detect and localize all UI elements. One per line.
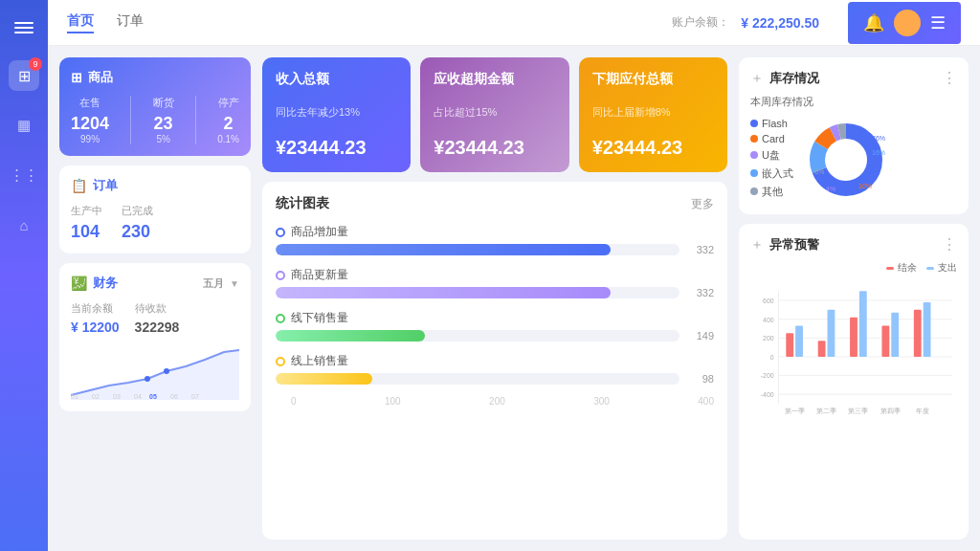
svg-rect-40 [891, 313, 899, 357]
finance-stat-balance: 当前余额 ¥ 12200 [71, 301, 120, 335]
inventory-menu-icon[interactable]: ⋮ [942, 69, 957, 87]
finance-card-header: 💹 财务 五月 ▼ [71, 275, 239, 292]
divider-1 [130, 96, 131, 144]
summary-payable-desc: 同比上届新增8% [592, 105, 714, 120]
legend-label-usb: U盘 [762, 148, 780, 163]
menu-icon[interactable]: ☰ [930, 12, 946, 33]
order-title: 订单 [93, 177, 118, 194]
chart-label-2: 线下销售量 [291, 310, 348, 326]
legend-dot-flash [750, 120, 758, 127]
goods-pct-outstock: 5% [153, 134, 174, 144]
anomaly-header: ＋ 异常预警 ⋮ [750, 235, 957, 253]
mid-panel: 收入总额 同比去年减少13% ¥23444.23 应收超期金额 占比超过15% … [262, 57, 727, 540]
svg-text:10%: 10% [858, 183, 872, 189]
chart-header: 统计图表 更多 [276, 195, 714, 212]
anomaly-menu-icon[interactable]: ⋮ [942, 235, 957, 253]
nav-order[interactable]: 订单 [117, 12, 144, 33]
inventory-title: 库存情况 [769, 70, 942, 87]
main-nav: 首页 订单 [67, 12, 653, 33]
finance-value-balance: ¥ 12200 [71, 320, 120, 335]
legend-income-dot [886, 267, 894, 270]
donut-chart: 76% 16% 10% 4% 6% [803, 117, 889, 203]
summary-income-amount: ¥23444.23 [276, 137, 397, 159]
goods-stats: 在售 1204 99% 断货 23 5% 停产 2 0.1% [71, 96, 239, 144]
bell-icon[interactable]: 🔔 [863, 12, 884, 33]
chart-item-1-header: 商品更新量 [276, 267, 714, 283]
chart-bar-1 [276, 287, 611, 298]
summary-income-desc: 同比去年减少13% [276, 105, 397, 120]
order-label-inprod: 生产中 [71, 204, 102, 218]
sidebar-item-calendar[interactable]: ▦ [9, 110, 39, 141]
legend-dot-usb [750, 151, 758, 159]
finance-label-balance: 当前余额 [71, 301, 120, 316]
goods-title: 商品 [88, 69, 113, 86]
goods-value-outstock: 23 [153, 114, 174, 134]
order-value-done: 230 [122, 222, 153, 242]
chart-more[interactable]: 更多 [691, 196, 714, 212]
order-icon: 📋 [71, 178, 87, 193]
chart-val-1: 332 [687, 287, 714, 298]
svg-point-1 [164, 368, 169, 374]
chart-item-2-header: 线下销售量 [276, 310, 714, 326]
svg-rect-38 [859, 291, 867, 357]
anomaly-plus-icon[interactable]: ＋ [750, 236, 764, 253]
svg-rect-36 [828, 310, 835, 357]
svg-rect-34 [795, 326, 803, 357]
inventory-plus-icon[interactable]: ＋ [750, 70, 764, 87]
svg-text:年度: 年度 [916, 408, 929, 414]
svg-text:0: 0 [770, 354, 774, 361]
goods-pct-sale: 99% [71, 134, 109, 144]
inventory-subtitle: 本周库存情况 [750, 95, 957, 109]
finance-value-recv: 322298 [135, 320, 180, 335]
legend-other: 其他 [750, 185, 793, 199]
avatar[interactable] [894, 10, 921, 36]
nav-home[interactable]: 首页 [67, 12, 94, 33]
sidebar-item-user[interactable]: ⌂ [9, 209, 39, 240]
order-stat-done: 已完成 230 [122, 204, 153, 242]
order-label-done: 已完成 [122, 204, 153, 218]
finance-stats: 当前余额 ¥ 12200 待收款 322298 [71, 301, 239, 335]
legend-embedded: 嵌入式 [750, 166, 793, 181]
chart-axis: 0 100 200 300 400 [276, 396, 714, 407]
header-action-area: 🔔 ☰ [848, 2, 961, 44]
svg-rect-33 [786, 333, 793, 357]
inventory-header: ＋ 库存情况 ⋮ [750, 69, 957, 87]
chart-bar-wrap-0: 332 [276, 244, 714, 255]
anomaly-card: ＋ 异常预警 ⋮ 结余 支出 [739, 224, 969, 540]
summary-card-payable: 下期应付总额 同比上届新增8% ¥23444.23 [579, 57, 727, 172]
sidebar-item-home[interactable]: ⊞ 9 [9, 60, 39, 91]
header: 首页 订单 账户余额： ¥ 222,250.50 🔔 ☰ [48, 0, 980, 46]
svg-text:第三季: 第三季 [848, 408, 868, 414]
svg-text:-400: -400 [761, 391, 774, 398]
sidebar-logo[interactable] [11, 14, 37, 41]
finance-period[interactable]: 五月 [203, 276, 224, 291]
svg-rect-42 [924, 302, 931, 357]
anomaly-legend-expense: 支出 [926, 261, 957, 275]
chart-bar-wrap-2: 149 [276, 330, 714, 342]
chart-bar-bg-3 [276, 373, 679, 385]
chart-label-0: 商品增加量 [291, 224, 348, 240]
finance-card: 💹 财务 五月 ▼ 当前余额 ¥ 12200 待收款 322298 [59, 263, 251, 411]
chart-bar-wrap-3: 98 [276, 373, 714, 385]
sidebar-item-chart[interactable]: ⋮⋮ [9, 160, 39, 190]
svg-text:400: 400 [763, 317, 774, 323]
goods-icon: ⊞ [71, 70, 82, 85]
summary-income-title: 收入总额 [276, 71, 397, 88]
svg-text:4%: 4% [826, 186, 835, 192]
left-panel: ⊞ 商品 在售 1204 99% 断货 23 5% [59, 57, 251, 540]
anomaly-title: 异常预警 [769, 236, 942, 253]
chart-item-0: 商品增加量 332 [276, 224, 714, 255]
finance-label-recv: 待收款 [135, 301, 180, 316]
order-stat-inprod: 生产中 104 [71, 204, 102, 242]
legend-label-other: 其他 [762, 185, 783, 199]
legend-dot-card [750, 135, 758, 143]
goods-label-disc: 停产 [217, 96, 239, 110]
chart-dot-0 [276, 228, 285, 237]
goods-value-disc: 2 [217, 114, 239, 134]
chart-bar-2 [276, 330, 425, 342]
content: ⊞ 商品 在售 1204 99% 断货 23 5% [48, 46, 980, 551]
legend-flash: Flash [750, 118, 793, 129]
svg-text:6%: 6% [814, 168, 824, 175]
svg-point-0 [145, 376, 150, 382]
summary-cards: 收入总额 同比去年减少13% ¥23444.23 应收超期金额 占比超过15% … [262, 57, 727, 172]
